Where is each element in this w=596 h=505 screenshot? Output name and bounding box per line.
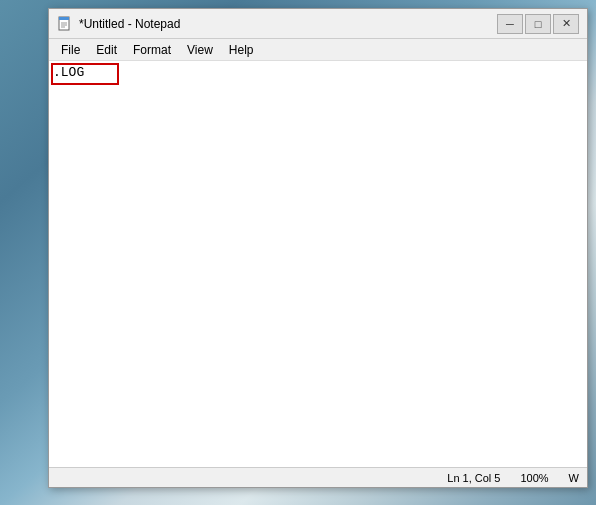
status-bar: Ln 1, Col 5 100% W bbox=[49, 467, 587, 487]
line-ending: W bbox=[569, 472, 579, 484]
editor-container: .LOG bbox=[49, 61, 587, 467]
minimize-button[interactable]: ─ bbox=[497, 14, 523, 34]
cursor-position: Ln 1, Col 5 bbox=[447, 472, 500, 484]
menu-edit[interactable]: Edit bbox=[88, 41, 125, 59]
title-bar-left: *Untitled - Notepad bbox=[57, 16, 180, 32]
menu-format[interactable]: Format bbox=[125, 41, 179, 59]
svg-rect-1 bbox=[59, 17, 69, 20]
close-button[interactable]: ✕ bbox=[553, 14, 579, 34]
text-editor[interactable]: .LOG bbox=[49, 61, 587, 467]
title-bar-controls: ─ □ ✕ bbox=[497, 14, 579, 34]
menu-help[interactable]: Help bbox=[221, 41, 262, 59]
maximize-button[interactable]: □ bbox=[525, 14, 551, 34]
menu-view[interactable]: View bbox=[179, 41, 221, 59]
app-icon bbox=[57, 16, 73, 32]
menu-file[interactable]: File bbox=[53, 41, 88, 59]
notepad-window: *Untitled - Notepad ─ □ ✕ File Edit Form… bbox=[48, 8, 588, 488]
menu-bar: File Edit Format View Help bbox=[49, 39, 587, 61]
window-title: *Untitled - Notepad bbox=[79, 17, 180, 31]
zoom-level: 100% bbox=[520, 472, 548, 484]
title-bar: *Untitled - Notepad ─ □ ✕ bbox=[49, 9, 587, 39]
